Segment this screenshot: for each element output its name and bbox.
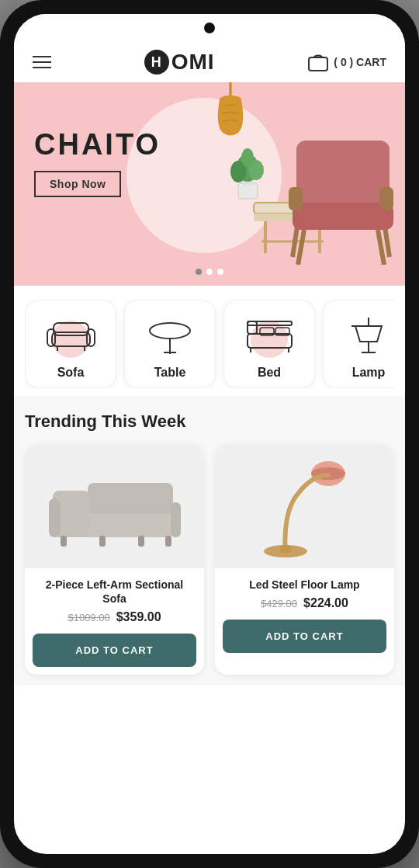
phone-screen: OMI ( 0 ) CART CHAITO Shop Now (14, 14, 405, 854)
product-sale-price-lamp: $224.00 (303, 596, 348, 610)
notch-dot (204, 23, 215, 33)
hero-plant-icon (227, 141, 269, 203)
product-card-lamp: Led Steel Floor Lamp $429.00 $224.00 ADD… (215, 444, 394, 675)
category-lamp[interactable]: Lamp (323, 300, 394, 388)
svg-rect-21 (379, 187, 393, 210)
hero-banner: CHAITO Shop Now (14, 82, 405, 269)
category-lamp-label: Lamp (352, 366, 386, 380)
sofa-product-illustration (45, 456, 185, 557)
lamp-product-illustration (243, 452, 367, 561)
add-to-cart-sofa[interactable]: ADD TO CART (33, 634, 196, 667)
product-prices-sofa: $1009.00 $359.00 (33, 610, 196, 624)
hero-text-block: CHAITO Shop Now (34, 129, 161, 197)
svg-line-19 (378, 230, 384, 265)
scroll-content[interactable]: OMI ( 0 ) CART CHAITO Shop Now (14, 42, 405, 854)
category-table-label: Table (154, 366, 186, 380)
phone-frame: OMI ( 0 ) CART CHAITO Shop Now (0, 0, 419, 868)
sofa-icon-wrap (43, 311, 98, 358)
app-logo: OMI (144, 50, 215, 75)
hamburger-menu[interactable] (33, 56, 51, 68)
product-image-sofa (25, 444, 204, 568)
dot-2[interactable] (206, 269, 213, 275)
categories-row: Sofa Table (25, 300, 394, 388)
product-name-sofa: 2-Piece Left-Arm Sectional Sofa (33, 578, 196, 606)
categories-section: Sofa Table (14, 286, 405, 396)
svg-line-18 (298, 230, 304, 265)
svg-rect-22 (52, 332, 90, 346)
lamp-icon (348, 314, 390, 356)
hero-chair-icon (281, 121, 405, 265)
lamp-icon-wrap (341, 311, 394, 358)
svg-rect-46 (171, 502, 181, 537)
trending-section: Trending This Week (14, 396, 405, 686)
table-icon-wrap (143, 311, 197, 358)
bed-icon (244, 315, 295, 354)
bed-icon-wrap (242, 311, 296, 358)
cart-button[interactable]: ( 0 ) CART (307, 51, 386, 73)
svg-rect-17 (293, 203, 393, 230)
shop-now-button[interactable]: Shop Now (34, 171, 121, 197)
logo-text: OMI (171, 50, 215, 75)
product-info-lamp: Led Steel Floor Lamp $429.00 $224.00 ADD… (215, 568, 394, 675)
category-bed[interactable]: Bed (223, 300, 315, 388)
hero-brand-name: CHAITO (34, 129, 161, 161)
category-table[interactable]: Table (124, 300, 216, 388)
hero-dots (14, 269, 405, 286)
svg-rect-47 (61, 536, 67, 547)
product-name-lamp: Led Steel Floor Lamp (223, 578, 386, 592)
svg-rect-43 (88, 483, 173, 514)
svg-rect-16 (296, 141, 390, 210)
table-icon (145, 314, 196, 356)
category-sofa[interactable]: Sofa (25, 300, 116, 388)
category-sofa-label: Sofa (57, 366, 85, 380)
svg-rect-20 (289, 187, 303, 210)
product-sale-price-sofa: $359.00 (116, 610, 161, 624)
product-prices-lamp: $429.00 $224.00 (223, 596, 386, 610)
svg-point-8 (241, 148, 254, 167)
svg-rect-49 (138, 536, 144, 547)
svg-rect-45 (49, 498, 60, 537)
svg-rect-33 (248, 321, 292, 325)
product-original-price-lamp: $429.00 (261, 598, 297, 609)
notch-bar (14, 14, 405, 42)
product-card-sofa: 2-Piece Left-Arm Sectional Sofa $1009.00… (25, 444, 204, 675)
products-row: 2-Piece Left-Arm Sectional Sofa $1009.00… (25, 444, 394, 675)
svg-rect-32 (248, 321, 257, 334)
product-info-sofa: 2-Piece Left-Arm Sectional Sofa $1009.00… (25, 568, 204, 675)
product-image-lamp (215, 444, 394, 568)
cart-icon (307, 51, 329, 73)
dot-1[interactable] (196, 269, 202, 275)
trending-title: Trending This Week (25, 411, 394, 432)
svg-rect-54 (280, 545, 291, 553)
svg-rect-50 (165, 536, 171, 547)
logo-icon (144, 50, 169, 75)
add-to-cart-lamp[interactable]: ADD TO CART (223, 620, 386, 653)
svg-rect-25 (54, 323, 88, 335)
svg-rect-0 (309, 57, 327, 71)
dot-3[interactable] (217, 269, 223, 275)
app-header: OMI ( 0 ) CART (14, 42, 405, 82)
svg-rect-48 (99, 536, 106, 547)
sofa-icon (46, 315, 96, 354)
category-bed-label: Bed (258, 366, 281, 380)
cart-label: ( 0 ) CART (334, 56, 386, 68)
product-original-price-sofa: $1009.00 (68, 612, 109, 623)
svg-point-28 (150, 323, 190, 339)
